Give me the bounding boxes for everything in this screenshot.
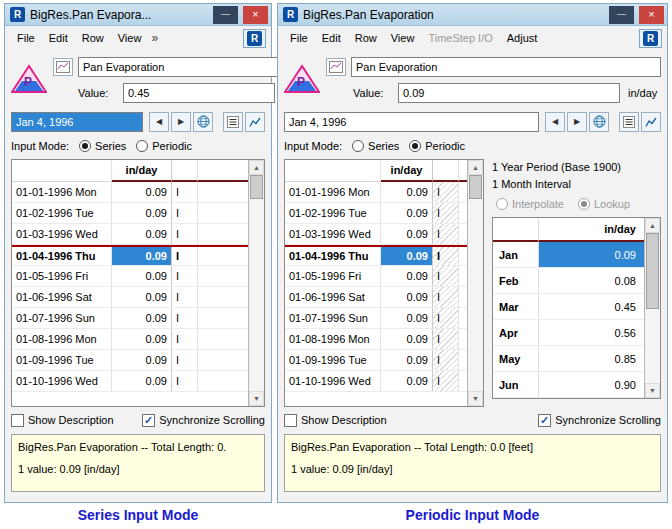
series-table-row[interactable]: 01-10-1996 Wed 0.09 I — [285, 371, 467, 392]
periodic-table-row[interactable]: Feb 0.08 — [493, 268, 644, 294]
row-value-cell[interactable]: 0.85 — [539, 346, 644, 371]
scroll-down-button[interactable]: ▼ — [249, 391, 264, 406]
scroll-up-button[interactable]: ▲ — [249, 160, 264, 175]
series-table-row[interactable]: 01-04-1996 Thu 0.09 I — [285, 245, 467, 266]
row-value-cell[interactable]: 0.09 — [381, 182, 433, 202]
previous-timestep-button[interactable]: ◀ — [149, 112, 169, 132]
series-table-row[interactable]: 01-02-1996 Tue 0.09 I — [285, 203, 467, 224]
menu-item[interactable]: Adjust — [500, 28, 545, 48]
close-button[interactable]: × — [639, 6, 664, 24]
synchronize-scrolling-checkbox[interactable]: ✓ Synchronize Scrolling — [142, 414, 265, 427]
row-value-cell[interactable]: 0.09 — [112, 182, 172, 202]
show-description-checkbox[interactable]: ✓ Show Description — [284, 414, 387, 427]
row-value-cell[interactable]: 0.09 — [112, 329, 172, 349]
menu-item[interactable]: File — [283, 28, 315, 48]
menu-item[interactable]: View — [384, 28, 422, 48]
scroll-down-button[interactable]: ▼ — [645, 383, 660, 398]
value-field[interactable] — [123, 83, 275, 103]
row-value-cell[interactable]: 0.08 — [539, 268, 644, 293]
scrollbar-track[interactable] — [468, 175, 483, 391]
series-table-row[interactable]: 01-08-1996 Mon 0.09 I — [12, 329, 248, 350]
series-vertical-scrollbar[interactable]: ▲ ▼ — [248, 160, 264, 406]
next-timestep-button[interactable]: ▶ — [171, 112, 191, 132]
menu-item[interactable]: Row — [348, 28, 384, 48]
radio-periodic[interactable]: Periodic — [409, 140, 465, 152]
row-value-cell[interactable]: 0.09 — [381, 203, 433, 223]
menu-item[interactable]: Edit — [42, 28, 75, 48]
series-table-row[interactable]: 01-08-1996 Mon 0.09 I — [285, 329, 467, 350]
row-value-cell[interactable]: 0.09 — [539, 242, 644, 267]
next-timestep-button[interactable]: ▶ — [567, 112, 587, 132]
minimize-button[interactable]: — — [213, 6, 238, 24]
show-description-checkbox[interactable]: ✓ Show Description — [11, 414, 114, 427]
row-value-cell[interactable]: 0.09 — [112, 247, 172, 265]
menu-overflow-chevron[interactable]: » — [148, 31, 161, 45]
series-table-row[interactable]: 01-04-1996 Thu 0.09 I — [12, 245, 248, 266]
periodic-vertical-scrollbar[interactable]: ▲ ▼ — [644, 218, 660, 398]
radio-periodic[interactable]: Periodic — [136, 140, 192, 152]
series-table-row[interactable]: 01-10-1996 Wed 0.09 I — [12, 371, 248, 392]
scrollbar-thumb[interactable] — [646, 233, 659, 309]
row-value-cell[interactable]: 0.09 — [381, 350, 433, 370]
riverware-menu-button[interactable]: R — [243, 29, 266, 48]
scrollbar-thumb[interactable] — [469, 175, 482, 199]
previous-timestep-button[interactable]: ◀ — [545, 112, 565, 132]
row-value-cell[interactable]: 0.09 — [381, 371, 433, 391]
row-value-cell[interactable]: 0.56 — [539, 320, 644, 345]
row-value-cell[interactable]: 0.09 — [381, 287, 433, 307]
menu-item[interactable]: View — [111, 28, 149, 48]
scrollbar-thumb[interactable] — [250, 175, 263, 199]
list-view-button[interactable] — [619, 112, 639, 132]
list-view-button[interactable] — [223, 112, 243, 132]
plot-view-button[interactable] — [245, 112, 265, 132]
close-button[interactable]: × — [243, 6, 268, 24]
periodic-table-row[interactable]: Jun 0.90 — [493, 372, 644, 398]
row-value-cell[interactable]: 0.45 — [539, 294, 644, 319]
minimize-button[interactable]: — — [609, 6, 634, 24]
row-value-cell[interactable]: 0.09 — [381, 266, 433, 286]
menu-item[interactable]: Row — [75, 28, 111, 48]
row-value-cell[interactable]: 0.09 — [112, 266, 172, 286]
date-field[interactable]: Jan 4, 1996 — [11, 112, 143, 132]
series-table-row[interactable]: 01-03-1996 Wed 0.09 I — [285, 224, 467, 245]
series-table-row[interactable]: 01-05-1996 Fri 0.09 I — [12, 266, 248, 287]
slot-name-field[interactable] — [351, 57, 661, 77]
periodic-table-row[interactable]: May 0.85 — [493, 346, 644, 372]
scrollbar-track[interactable] — [645, 233, 660, 383]
periodic-table-row[interactable]: Jan 0.09 — [493, 242, 644, 268]
series-table-row[interactable]: 01-06-1996 Sat 0.09 I — [12, 287, 248, 308]
series-table-row[interactable]: 01-07-1996 Sun 0.09 I — [12, 308, 248, 329]
date-field[interactable]: Jan 4, 1996 — [284, 112, 539, 132]
series-table-row[interactable]: 01-01-1996 Mon 0.09 I — [285, 182, 467, 203]
global-timescale-button[interactable] — [589, 112, 609, 132]
row-value-cell[interactable]: 0.09 — [112, 350, 172, 370]
menu-item[interactable]: TimeStep I/O — [421, 28, 499, 48]
series-table-row[interactable]: 01-03-1996 Wed 0.09 I — [12, 224, 248, 245]
scroll-up-button[interactable]: ▲ — [468, 160, 483, 175]
series-table-row[interactable]: 01-02-1996 Tue 0.09 I — [12, 203, 248, 224]
radio-series[interactable]: Series — [352, 140, 399, 152]
menu-item[interactable]: Edit — [315, 28, 348, 48]
row-value-cell[interactable]: 0.09 — [112, 287, 172, 307]
plot-view-button[interactable] — [641, 112, 661, 132]
series-table-row[interactable]: 01-05-1996 Fri 0.09 I — [285, 266, 467, 287]
scroll-up-button[interactable]: ▲ — [645, 218, 660, 233]
row-value-cell[interactable]: 0.09 — [112, 371, 172, 391]
series-table-row[interactable]: 01-09-1996 Tue 0.09 I — [285, 350, 467, 371]
radio-series[interactable]: Series — [79, 140, 126, 152]
global-timescale-button[interactable] — [193, 112, 213, 132]
row-value-cell[interactable]: 0.09 — [112, 308, 172, 328]
value-field[interactable] — [398, 83, 620, 103]
series-table-row[interactable]: 01-09-1996 Tue 0.09 I — [12, 350, 248, 371]
series-table-row[interactable]: 01-07-1996 Sun 0.09 I — [285, 308, 467, 329]
scrollbar-track[interactable] — [249, 175, 264, 391]
row-value-cell[interactable]: 0.09 — [112, 224, 172, 244]
row-value-cell[interactable]: 0.09 — [381, 308, 433, 328]
synchronize-scrolling-checkbox[interactable]: ✓ Synchronize Scrolling — [538, 414, 661, 427]
menu-item[interactable]: File — [10, 28, 42, 48]
series-table-row[interactable]: 01-01-1996 Mon 0.09 I — [12, 182, 248, 203]
row-value-cell[interactable]: 0.09 — [381, 247, 433, 265]
row-value-cell[interactable]: 0.09 — [381, 224, 433, 244]
series-table-row[interactable]: 01-06-1996 Sat 0.09 I — [285, 287, 467, 308]
riverware-menu-button[interactable]: R — [639, 29, 662, 48]
